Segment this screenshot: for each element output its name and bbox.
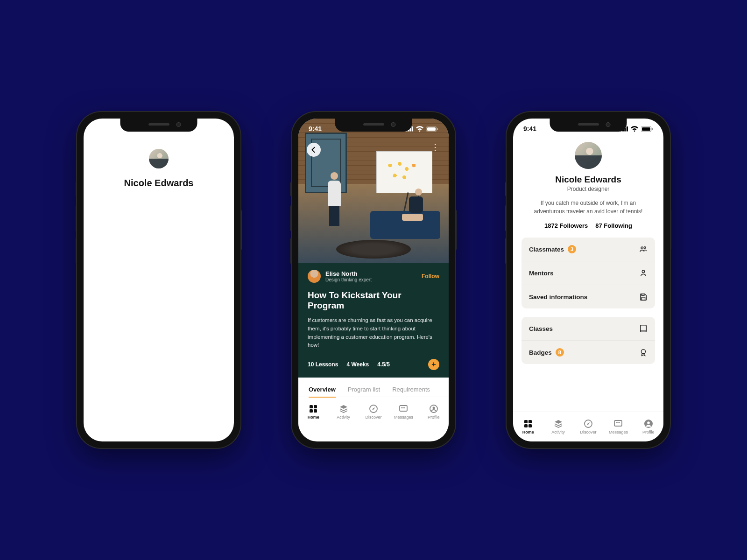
- tab-requirements[interactable]: Requirements: [392, 386, 430, 393]
- nav-home[interactable]: Home: [513, 412, 543, 441]
- course-hero-image: 9:41 ⋯: [298, 119, 449, 263]
- profile-filled-icon: [644, 419, 653, 428]
- back-button[interactable]: [307, 143, 321, 157]
- user-name: Nicole Edwards: [124, 178, 194, 189]
- nav-messages[interactable]: Messages: [603, 412, 633, 441]
- nav-profile[interactable]: Profile: [419, 397, 449, 427]
- compass-icon: [369, 404, 378, 413]
- item-mentors[interactable]: Mentors: [521, 261, 655, 285]
- status-time: 9:41: [523, 125, 536, 133]
- profile-bio: If you catch me outside of work, I'm an …: [521, 199, 655, 216]
- save-icon: [639, 293, 648, 301]
- layers-icon: [554, 419, 563, 428]
- person-icon: [639, 269, 648, 277]
- notch: [335, 119, 412, 132]
- nav-messages[interactable]: Messages: [388, 397, 418, 427]
- follow-button[interactable]: Follow: [422, 273, 439, 280]
- item-saved[interactable]: Saved informations: [521, 285, 655, 308]
- nav-discover[interactable]: Discover: [359, 397, 388, 427]
- badge-count: 3: [568, 245, 576, 253]
- phone-mockup-3: 9:41 Nicole Edwards Product designer If …: [507, 112, 670, 448]
- course-tabs: Overview Program list Requirements: [298, 378, 449, 397]
- profile-icon: [429, 404, 438, 413]
- phone-mockup-1: Nicole Edwards: [77, 112, 240, 448]
- more-button[interactable]: ⋯: [430, 143, 441, 153]
- course-card: Elise North Design thinking expert Follo…: [298, 263, 449, 378]
- book-icon: [639, 324, 648, 333]
- people-icon: [639, 245, 648, 253]
- tab-overview[interactable]: Overview: [309, 386, 336, 393]
- grid-icon: [309, 404, 318, 413]
- notch: [120, 119, 197, 132]
- course-description: If customers are churning as fast as you…: [308, 316, 439, 350]
- notch: [550, 119, 627, 132]
- message-icon: [613, 419, 623, 428]
- badge-icon: [639, 348, 648, 357]
- phone-mockup-2: 9:41 ⋯ Elise North Design thinking exper…: [292, 112, 455, 448]
- following-count[interactable]: 87 Following: [595, 222, 632, 229]
- wifi-icon: [416, 126, 424, 132]
- nav-profile[interactable]: Profile: [634, 412, 663, 441]
- tab-program-list[interactable]: Program list: [348, 386, 380, 393]
- layers-icon: [339, 404, 348, 413]
- nav-activity[interactable]: Activity: [543, 412, 573, 441]
- item-classmates[interactable]: Classmates 3: [521, 238, 655, 261]
- stat-rating: 4.5/5: [377, 361, 390, 368]
- compass-icon: [584, 419, 593, 428]
- battery-icon: [426, 126, 438, 132]
- author-name: Elise North: [325, 270, 417, 277]
- stat-lessons: 10 Lessons: [308, 361, 338, 368]
- wifi-icon: [630, 126, 639, 132]
- profile-role: Product designer: [521, 186, 655, 192]
- battery-icon: [641, 126, 653, 132]
- profile-name: Nicole Edwards: [521, 175, 655, 185]
- nav-activity[interactable]: Activity: [328, 397, 358, 427]
- nav-discover[interactable]: Discover: [573, 412, 603, 441]
- profile-group-learning: Classes Badges 8: [521, 317, 655, 364]
- author-role: Design thinking expert: [325, 277, 417, 282]
- course-title: How To Kickstart Your Program: [308, 290, 439, 311]
- nav-home[interactable]: Home: [298, 397, 328, 427]
- avatar[interactable]: [149, 149, 169, 168]
- item-badges[interactable]: Badges 8: [521, 340, 655, 364]
- author-avatar[interactable]: [308, 270, 321, 283]
- back-arrow-icon: [310, 146, 318, 154]
- add-button[interactable]: +: [428, 359, 439, 370]
- bottom-nav: Home Activity Discover Messages Profile: [513, 412, 663, 441]
- item-classes[interactable]: Classes: [521, 317, 655, 340]
- followers-count[interactable]: 1872 Followers: [544, 222, 588, 229]
- stat-duration: 4 Weeks: [346, 361, 369, 368]
- status-time: 9:41: [309, 125, 322, 133]
- profile-group-social: Classmates 3 Mentors Saved informations: [521, 238, 655, 308]
- profile-avatar[interactable]: [575, 142, 602, 169]
- bottom-nav: Home Activity Discover Messages Profile: [298, 397, 449, 427]
- message-icon: [399, 404, 408, 413]
- grid-icon: [523, 419, 533, 428]
- badge-count: 8: [556, 348, 564, 357]
